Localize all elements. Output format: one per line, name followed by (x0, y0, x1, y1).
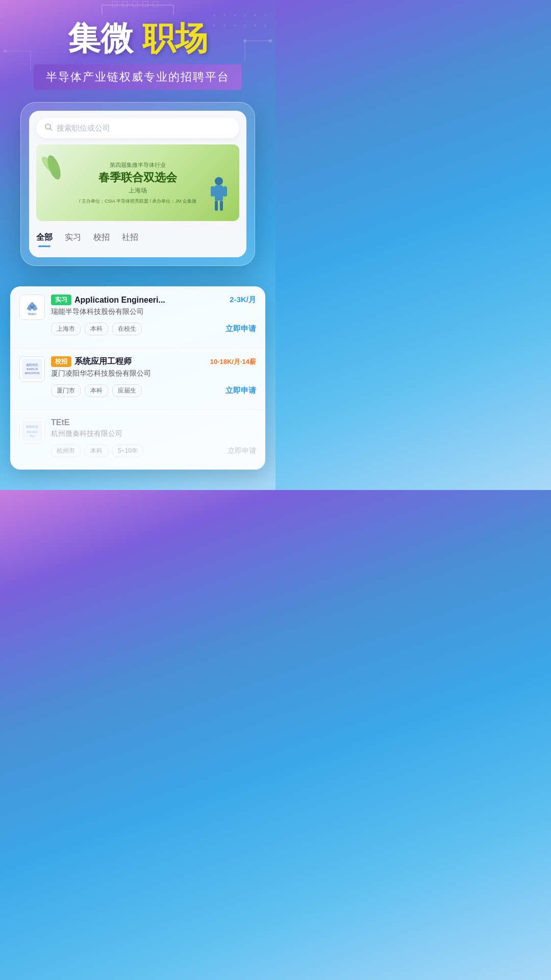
card-1-tags: 上海市 本科 在校生 立即申请 (51, 323, 256, 335)
job-title-3: TEtE (51, 418, 256, 427)
banner-event-label: 第四届集微半导体行业 (79, 161, 196, 169)
tab-campus[interactable]: 校招 (93, 232, 110, 247)
apply-button-3[interactable]: 立即申请 (228, 447, 256, 456)
job-cards-container: WeEn 实习 Application Engineeri... 2-3K/月 … (10, 286, 265, 470)
card-1-title-line: 实习 Application Engineeri... 2-3K/月 (51, 295, 256, 305)
card-3-title-line: TEtE (51, 418, 256, 427)
tabs-row: 全部 实习 校招 社招 (29, 227, 246, 247)
apply-button-2[interactable]: 立即申请 (226, 386, 256, 396)
search-bar[interactable]: 搜索职位或公司 (36, 118, 239, 138)
tag-edu-1: 本科 (85, 323, 108, 335)
card-3-tags: 杭州市 本科 5~10年 立即申请 (51, 445, 256, 457)
tag-exp-3: 5~10年 (112, 445, 143, 457)
company-logo-2: 凌阳华芯 SUNPLUS INNOVATION (19, 356, 45, 382)
banner: 第四届集微半导体行业 春季联合双选会 上海场 / 主办单位：CSIA 半导体照亮… (36, 144, 239, 221)
badge-internship-1: 实习 (51, 295, 71, 305)
tag-edu-3: 本科 (85, 445, 108, 457)
apply-button-1[interactable]: 立即申请 (226, 324, 256, 334)
job-title-2: 系统应用工程师 (74, 356, 207, 367)
tab-internship[interactable]: 实习 (65, 232, 81, 247)
tab-all[interactable]: 全部 (36, 232, 53, 247)
tag-city-1: 上海市 (51, 323, 81, 335)
tab-social[interactable]: 社招 (122, 232, 138, 247)
tag-city-3: 杭州市 (51, 445, 81, 457)
hero-title-yellow: 职场 (142, 20, 208, 57)
hero-title: 集微 职场 (10, 20, 265, 56)
company-name-2: 厦门凌阳华芯科技股份有限公司 (51, 369, 256, 378)
hero-title-white: 集微 (68, 20, 133, 57)
svg-rect-32 (215, 185, 223, 201)
salary-2: 10-18K/月·14薪 (210, 357, 256, 366)
banner-title: 春季联合双选会 (79, 171, 196, 184)
company-logo-1: WeEn (19, 295, 45, 320)
company-name-3: 杭州微秦科技有限公司 (51, 429, 256, 438)
company-logo-3: 微秦科技 Microquin Tech (19, 418, 45, 444)
card-2-title-line: 校招 系统应用工程师 10-18K/月·14薪 (51, 356, 256, 367)
banner-logos: / 主办单位：CSIA 半导体照亮联盟 / 承办单位：JM 众集微 (79, 198, 196, 205)
svg-text:凌阳华芯: 凌阳华芯 (26, 363, 38, 366)
job-card-1[interactable]: WeEn 实习 Application Engineeri... 2-3K/月 … (10, 286, 265, 348)
tag-edu-2: 本科 (85, 384, 108, 397)
svg-rect-35 (215, 201, 218, 211)
svg-text:INNOVATION: INNOVATION (24, 372, 40, 375)
main-container: 集微 职场 半导体产业链权威专业的招聘平台 搜索职位或公司 (0, 0, 276, 490)
svg-rect-36 (220, 201, 223, 211)
svg-text:微秦科技: 微秦科技 (26, 425, 38, 428)
phone-mockup: 搜索职位或公司 第四届集微半导体行业 春季联合双 (20, 102, 255, 266)
hero-subtitle-wrap: 半导体产业链权威专业的招聘平台 (34, 64, 242, 90)
job-card-2[interactable]: 凌阳华芯 SUNPLUS INNOVATION 校招 系统应用工程师 10-18… (10, 348, 265, 410)
svg-rect-34 (223, 186, 227, 197)
svg-point-31 (215, 177, 223, 185)
job-title-1: Application Engineeri... (74, 296, 227, 305)
search-icon (44, 123, 53, 133)
card-2-tags: 厦门市 本科 应届生 立即申请 (51, 384, 256, 397)
search-placeholder: 搜索职位或公司 (57, 124, 110, 133)
tag-status-2: 应届生 (112, 384, 142, 397)
svg-line-28 (50, 129, 52, 130)
salary-1: 2-3K/月 (230, 295, 256, 305)
job-card-3[interactable]: 微秦科技 Microquin Tech TEtE 杭州微秦科技有限公司 杭州市 … (10, 410, 265, 470)
svg-text:WeEn: WeEn (28, 312, 36, 315)
tag-city-2: 厦门市 (51, 384, 81, 397)
banner-location: 上海场 (79, 186, 196, 195)
badge-campus-2: 校招 (51, 356, 71, 367)
company-name-1: 瑞能半导体科技股份有限公司 (51, 307, 256, 316)
svg-text:Tech: Tech (30, 435, 35, 437)
hero-section: 集微 职场 半导体产业链权威专业的招聘平台 搜索职位或公司 (0, 0, 276, 276)
svg-rect-33 (211, 186, 215, 197)
phone-inner: 搜索职位或公司 第四届集微半导体行业 春季联合双 (29, 111, 246, 257)
svg-text:SUNPLUS: SUNPLUS (27, 368, 38, 371)
hero-subtitle: 半导体产业链权威专业的招聘平台 (46, 70, 230, 83)
svg-text:Microquin: Microquin (27, 431, 38, 433)
tag-status-1: 在校生 (112, 323, 142, 335)
